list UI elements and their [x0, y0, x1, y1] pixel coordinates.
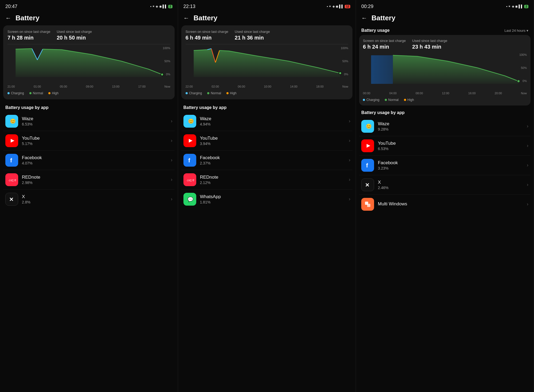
- app-item-whatsapp-2[interactable]: 💬 WhatsApp 1.81% ›: [181, 190, 353, 209]
- youtube-icon-2: [183, 134, 196, 147]
- app-item-waze-3[interactable]: 😊 Waze 9.28% ›: [359, 117, 531, 136]
- battery-icon-2: ▪ ✴ ◈ ◉ ▌▌: [327, 5, 344, 8]
- battery-chart-3: 100% 50% 0%: [363, 53, 527, 91]
- app-item-waze-2[interactable]: 😊 Waze 4.94% ›: [181, 112, 353, 131]
- phone-panel-3: 00:29 ▪ ✴ ◈ ◉ ▌▌ 2 ← Battery Battery usa…: [356, 0, 534, 392]
- battery-level-1: 2: [168, 5, 172, 8]
- waze-icon-1: 😊: [5, 115, 18, 128]
- rednote-info-2: REDnote 2.12%: [200, 175, 349, 185]
- used-since-stat-2: Used since last charge 21 h 36 min: [235, 30, 270, 41]
- chevron-x-3: ›: [527, 182, 528, 187]
- battery-chart-1: 100% 50% 0%: [7, 46, 170, 84]
- app-item-x-3[interactable]: ✕ X 2.46% ›: [359, 175, 531, 195]
- battery-usage-label-3: Battery usage: [361, 28, 390, 33]
- whatsapp-icon-2: 💬: [183, 193, 196, 206]
- youtube-info-3: YouTube 6.53%: [378, 141, 527, 151]
- app-item-rednote-1[interactable]: 小红书 REDnote 2.98% ›: [3, 170, 175, 190]
- chart-legend-2: Charging Normal High: [186, 90, 348, 95]
- app-item-facebook-3[interactable]: f Facebook 3.23% ›: [359, 156, 531, 175]
- chevron-rednote-2: ›: [349, 177, 350, 182]
- x-info-3: X 2.46%: [378, 180, 527, 190]
- used-since-value-3: 23 h 43 min: [412, 44, 447, 50]
- battery-stats-2: Screen on since last charge 6 h 49 min U…: [186, 30, 348, 41]
- back-button-1[interactable]: ←: [5, 15, 11, 22]
- page-header-3: ← Battery: [356, 12, 534, 25]
- multiwindow-info-3: Multi Windows: [378, 201, 527, 207]
- high-dot-3: [404, 99, 406, 101]
- chart-y-labels-2: 100% 50% 0%: [341, 46, 348, 76]
- battery-stats-3: Screen on since last charge 6 h 24 min U…: [363, 39, 527, 50]
- battery-level-3: 2: [524, 5, 528, 8]
- phone-panel-2: 22:13 ▪ ✴ ◈ ◉ ▌▌ 12 ← Battery Screen on …: [178, 0, 356, 392]
- screen-on-stat-3: Screen on since last charge 6 h 24 min: [363, 39, 406, 50]
- chevron-youtube-3: ›: [527, 143, 528, 148]
- status-icons-1: ▪ ✴ ◈ ◉ ▌▌ 2: [150, 5, 172, 8]
- apps-section-title-3: Battery usage by app: [356, 108, 534, 117]
- app-item-facebook-1[interactable]: f Facebook 4.07% ›: [3, 151, 175, 170]
- x-info-1: X 2.8%: [22, 194, 171, 204]
- chart-legend-1: Charging Normal High: [7, 90, 170, 95]
- app-list-1: 😊 Waze 6.53% › YouTube 5.17% › f Faceboo: [0, 112, 178, 209]
- battery-icon-1: ▪ ✴ ◈ ◉ ▌▌: [150, 5, 167, 8]
- charging-dot-2: [186, 92, 188, 94]
- svg-text:😊: 😊: [10, 118, 16, 124]
- facebook-info-1: Facebook 4.07%: [22, 155, 171, 165]
- app-item-youtube-1[interactable]: YouTube 5.17% ›: [3, 131, 175, 151]
- battery-chart-2: 100% 50% 0%: [186, 46, 348, 84]
- app-item-rednote-2[interactable]: 小红书 REDnote 2.12% ›: [181, 170, 353, 190]
- normal-dot-3: [385, 99, 387, 101]
- youtube-info-2: YouTube 3.94%: [200, 136, 349, 146]
- page-title-3: Battery: [371, 14, 395, 22]
- chevron-facebook-2: ›: [349, 157, 350, 163]
- app-item-youtube-3[interactable]: YouTube 6.53% ›: [359, 136, 531, 156]
- facebook-icon-1: f: [5, 154, 18, 167]
- app-item-facebook-2[interactable]: f Facebook 2.37% ›: [181, 151, 353, 170]
- screen-on-stat-2: Screen on since last charge 6 h 49 min: [186, 30, 228, 41]
- svg-rect-22: [371, 55, 393, 84]
- used-since-value-1: 20 h 50 min: [57, 35, 92, 41]
- back-button-3[interactable]: ←: [361, 15, 367, 22]
- chevron-facebook-3: ›: [527, 162, 528, 168]
- svg-text:f: f: [366, 162, 368, 169]
- screen-on-label-1: Screen on since last charge: [7, 30, 50, 34]
- apps-section-title-1: Battery usage by app: [0, 103, 178, 112]
- svg-text:小红书: 小红书: [187, 179, 194, 182]
- facebook-info-2: Facebook 2.37%: [200, 155, 349, 165]
- whatsapp-info-2: WhatsApp 1.81%: [200, 194, 349, 204]
- screen-on-value-2: 6 h 49 min: [186, 35, 228, 41]
- status-bar-1: 20:47 ▪ ✴ ◈ ◉ ▌▌ 2: [0, 0, 178, 12]
- app-item-waze-1[interactable]: 😊 Waze 6.53% ›: [3, 112, 175, 131]
- app-item-youtube-2[interactable]: YouTube 3.94% ›: [181, 131, 353, 151]
- chevron-youtube-1: ›: [171, 138, 172, 143]
- app-item-multiwindow-3[interactable]: Multi Windows ›: [359, 195, 531, 214]
- chevron-down-icon-3: ▾: [527, 29, 528, 33]
- facebook-icon-2: f: [183, 154, 196, 167]
- status-time-1: 20:47: [5, 4, 17, 9]
- screen-on-stat-1: Screen on since last charge 7 h 28 min: [7, 30, 50, 41]
- chart-x-labels-2: 22:00 02:00 06:00 10:00 14:00 18:00 Now: [186, 85, 348, 88]
- rednote-icon-2: 小红书: [183, 173, 196, 186]
- used-since-label-2: Used since last charge: [235, 30, 270, 34]
- chart-y-labels-1: 100% 50% 0%: [163, 46, 170, 76]
- chevron-x-1: ›: [171, 196, 172, 202]
- battery-card-1: Screen on since last charge 7 h 28 min U…: [3, 25, 175, 99]
- page-title-1: Battery: [15, 14, 40, 22]
- svg-text:😊: 😊: [366, 123, 372, 129]
- status-time-2: 22:13: [183, 4, 195, 9]
- status-bar-3: 00:29 ▪ ✴ ◈ ◉ ▌▌ 2: [356, 0, 534, 12]
- back-button-2[interactable]: ←: [183, 15, 189, 22]
- app-list-2: 😊 Waze 4.94% › YouTube 3.94% › f Faceboo: [178, 112, 356, 209]
- svg-text:✕: ✕: [365, 182, 370, 188]
- used-since-label-1: Used since last charge: [57, 30, 92, 34]
- facebook-info-3: Facebook 3.23%: [378, 160, 527, 170]
- time-filter-3[interactable]: Last 24 hours ▾: [504, 29, 528, 33]
- multiwindow-icon-3: [361, 198, 374, 211]
- used-since-label-3: Used since last charge: [412, 39, 447, 43]
- high-dot-1: [48, 92, 50, 94]
- svg-text:😊: 😊: [188, 118, 194, 124]
- rednote-icon-1: 小红书: [5, 173, 18, 186]
- svg-text:f: f: [188, 157, 190, 164]
- svg-text:小红书: 小红书: [9, 179, 16, 182]
- waze-info-2: Waze 4.94%: [200, 116, 349, 126]
- app-item-x-1[interactable]: ✕ X 2.8% ›: [3, 190, 175, 209]
